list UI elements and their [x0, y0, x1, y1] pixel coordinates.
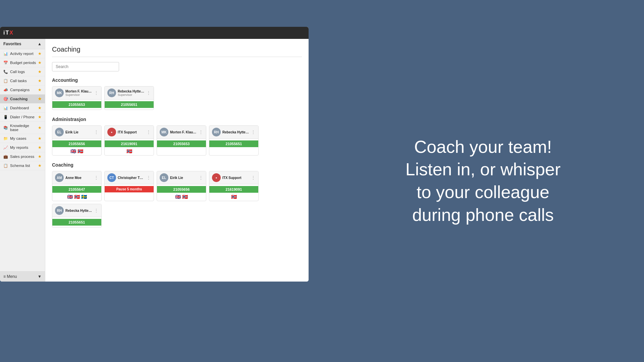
flag-gb: 🇬🇧 — [67, 194, 73, 198]
sidebar-item-label: Dashboard — [10, 106, 29, 110]
sidebar-item-call-tasks[interactable]: 📋 Call tasks ★ — [0, 76, 45, 85]
budget-periods-icon: 📅 — [3, 60, 8, 65]
sidebar-item-my-cases[interactable]: 📁 My cases ★ — [0, 134, 45, 143]
logo: i T X — [3, 30, 13, 36]
my-cases-icon: 📁 — [3, 136, 8, 141]
agent-menu-icon[interactable]: ⋮ — [251, 175, 256, 180]
sidebar: Favorites ▲ 📊 Activity report ★ 📅 Budget… — [0, 39, 45, 282]
my-reports-icon: 📈 — [3, 145, 8, 150]
sidebar-item-label: My reports — [10, 145, 28, 149]
agent-menu-icon[interactable]: ⋮ — [94, 175, 99, 180]
star-icon[interactable]: ★ — [38, 154, 42, 159]
search-input[interactable] — [52, 62, 119, 71]
content-area: Coaching Accounting MK Morten F. Klausen… — [45, 39, 309, 282]
flag-gb: 🇬🇧 — [70, 148, 76, 153]
star-icon[interactable]: ★ — [38, 60, 42, 65]
favorites-collapse-icon[interactable]: ▲ — [38, 42, 42, 46]
sidebar-item-label: My cases — [10, 136, 26, 140]
star-icon[interactable]: ★ — [38, 136, 42, 141]
agent-avatar: MK — [160, 128, 168, 136]
agent-avatar: CT — [107, 173, 116, 182]
sidebar-item-sales-process[interactable]: 💼 Sales process ★ — [0, 152, 45, 161]
star-icon[interactable]: ★ — [38, 87, 42, 92]
flag-no: 🇳🇴 — [231, 194, 237, 198]
agent-avatar: ● — [212, 173, 221, 182]
sidebar-menu-header[interactable]: ≡ Menu ▼ — [0, 271, 45, 282]
sidebar-item-label: Schema list — [10, 164, 30, 168]
sidebar-favorites-header[interactable]: Favorites ▲ — [0, 39, 45, 49]
star-icon[interactable]: ★ — [38, 78, 42, 83]
main-layout: Favorites ▲ 📊 Activity report ★ 📅 Budget… — [0, 39, 309, 282]
sidebar-item-dialer-phone[interactable]: 📱 Dialer / Phone ★ — [0, 113, 45, 122]
sidebar-item-dashboard[interactable]: 📊 Dashboard ★ — [0, 104, 45, 113]
coaching-agents-grid: AM Anne Moe ⋮ 21055647 🇬🇧 🇧🇻 🇸🇪 — [52, 171, 302, 228]
accounting-agents-grid: MK Morten F. Klausen Supervisor ⋮ 210556… — [52, 86, 302, 110]
agent-menu-icon[interactable]: ⋮ — [146, 129, 151, 135]
sidebar-item-label: Coaching — [10, 97, 28, 101]
agent-menu-icon[interactable]: ⋮ — [94, 90, 99, 96]
search-bar — [52, 62, 302, 71]
sidebar-item-label: Call tasks — [10, 79, 27, 83]
agent-menu-icon[interactable]: ⋮ — [94, 129, 99, 135]
sidebar-item-label: Dialer / Phone — [10, 115, 35, 119]
administrasjon-agents-grid: EL Eirik Lie ⋮ 21055656 🇬🇧 🇳🇴 — [52, 125, 302, 156]
section-title-administrasjon: Administrasjon — [52, 117, 302, 122]
flag-no: 🇳🇴 — [126, 148, 132, 153]
agent-menu-icon[interactable]: ⋮ — [94, 208, 99, 213]
agent-menu-icon[interactable]: ⋮ — [146, 90, 151, 96]
sidebar-item-budget-periods[interactable]: 📅 Budget periods ★ — [0, 58, 45, 67]
agent-status-bar: 21055653 — [157, 140, 206, 147]
agent-status-bar: 21055651 — [209, 140, 258, 147]
star-icon[interactable]: ★ — [38, 125, 42, 130]
section-title-coaching: Coaching — [52, 162, 302, 168]
star-icon[interactable]: ★ — [38, 163, 42, 168]
agent-role: Supervisor — [65, 93, 92, 97]
agent-name: ITX Support — [222, 176, 249, 180]
agent-name: ITX Support — [118, 130, 145, 134]
tagline-panel: Coach your team! Listen in, or whisper t… — [322, 0, 644, 362]
star-icon[interactable]: ★ — [38, 97, 42, 101]
sidebar-item-label: Campaigns — [10, 88, 30, 92]
page-title: Coaching — [52, 46, 302, 57]
call-tasks-icon: 📋 — [3, 78, 8, 83]
agent-status-bar: 21055651 — [52, 219, 101, 226]
agent-name: Eirik Lie — [170, 176, 197, 180]
schema-list-icon: 📋 — [3, 163, 8, 168]
agent-menu-icon[interactable]: ⋮ — [251, 129, 256, 135]
agent-avatar: MK — [55, 88, 64, 97]
agent-menu-icon[interactable]: ⋮ — [146, 175, 151, 180]
star-icon[interactable]: ★ — [38, 51, 42, 56]
star-icon[interactable]: ★ — [38, 106, 42, 110]
dashboard-icon: 📊 — [3, 106, 8, 110]
sidebar-item-label: Knowledge base — [10, 124, 38, 132]
menu-chevron-icon: ▼ — [38, 274, 42, 279]
agent-avatar: RH — [107, 88, 116, 97]
sidebar-item-my-reports[interactable]: 📈 My reports ★ — [0, 143, 45, 152]
sidebar-item-activity-report[interactable]: 📊 Activity report ★ — [0, 49, 45, 58]
sidebar-item-call-logs[interactable]: 📞 Call logs ★ — [0, 67, 45, 76]
agent-status-bar: Pause 5 months — [105, 186, 154, 192]
agent-status-bar: 21055656 — [52, 140, 101, 147]
agent-menu-icon[interactable]: ⋮ — [199, 175, 203, 180]
sidebar-item-knowledge-base[interactable]: 📚 Knowledge base ★ — [0, 122, 45, 134]
logo-i: i — [3, 30, 5, 36]
agent-flags: 🇳🇴 — [105, 148, 154, 153]
sidebar-item-coaching[interactable]: 🎯 Coaching ★ — [0, 95, 45, 104]
sidebar-item-schema-list[interactable]: 📋 Schema list ★ — [0, 161, 45, 170]
agent-avatar: EL — [55, 128, 64, 136]
sidebar-item-label: Call logs — [10, 70, 25, 74]
star-icon[interactable]: ★ — [38, 115, 42, 119]
agent-name: Morten F. Klausen — [65, 89, 92, 93]
agent-card-rebecka-coaching: RH Rebecka Hytten Davison ⋮ 21055651 — [52, 204, 102, 228]
app-window: i T X Favorites ▲ 📊 Activity report ★ 📅 — [0, 27, 309, 282]
agent-card-itx-coaching: ● ITX Support ⋮ 21619091 🇳🇴 — [209, 171, 259, 201]
agent-card-anne-coaching: AM Anne Moe ⋮ 21055647 🇬🇧 🇧🇻 🇸🇪 — [52, 171, 102, 201]
sidebar-item-campaigns[interactable]: 📣 Campaigns ★ — [0, 85, 45, 95]
logo-x: X — [9, 30, 13, 36]
agent-menu-icon[interactable]: ⋮ — [199, 129, 203, 135]
agent-name: Rebecka Hytten Davison — [118, 89, 145, 93]
agent-status-bar: 21619091 — [209, 186, 258, 193]
star-icon[interactable]: ★ — [38, 145, 42, 150]
star-icon[interactable]: ★ — [38, 69, 42, 74]
call-logs-icon: 📞 — [3, 69, 8, 74]
